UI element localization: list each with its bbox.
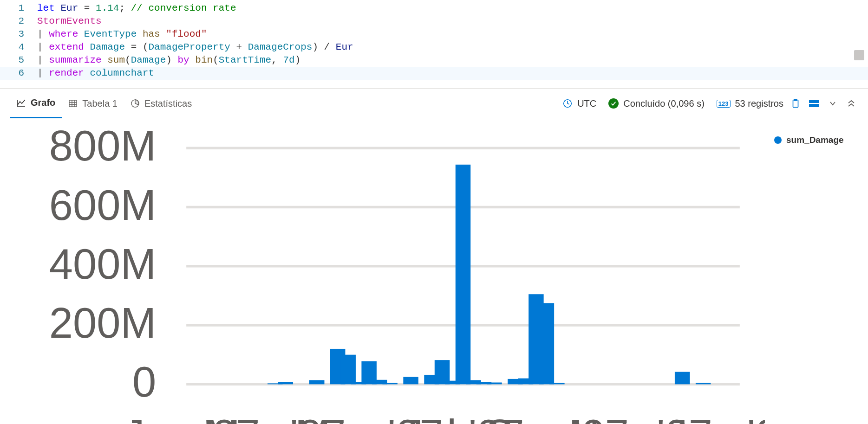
bar[interactable] bbox=[539, 303, 555, 384]
y-tick-label: 400M bbox=[49, 240, 156, 288]
tab-chart-label: Grafo bbox=[31, 97, 55, 108]
query-status: Concluído (0,096 s) bbox=[608, 98, 705, 109]
result-chart: 0200M400M600M800MJan '07Mar '07May '07Ju… bbox=[0, 118, 868, 424]
y-tick-label: 200M bbox=[49, 299, 156, 347]
svg-rect-0 bbox=[69, 100, 77, 107]
code-content[interactable]: StormEvents bbox=[37, 15, 868, 28]
code-content[interactable]: | summarize sum(Damage) by bin(StartTime… bbox=[37, 54, 868, 67]
legend-series-label: sum_Damage bbox=[786, 135, 844, 145]
panel-layout-icon[interactable] bbox=[808, 97, 821, 110]
svg-rect-7 bbox=[793, 100, 798, 108]
tab-stats[interactable]: Estatísticas bbox=[124, 89, 198, 118]
code-content[interactable]: | extend Damage = (DamageProperty + Dama… bbox=[37, 41, 868, 54]
timezone-selector[interactable]: UTC bbox=[562, 98, 596, 109]
code-line[interactable]: 4| extend Damage = (DamageProperty + Dam… bbox=[0, 41, 868, 54]
clipboard-icon[interactable] bbox=[789, 97, 802, 110]
bar[interactable] bbox=[456, 165, 471, 385]
chevron-down-icon[interactable] bbox=[826, 97, 839, 110]
bar[interactable] bbox=[549, 383, 565, 384]
tab-table-label: Tabela 1 bbox=[82, 98, 117, 109]
code-line[interactable]: 6| render columnchart bbox=[0, 67, 868, 80]
timezone-label: UTC bbox=[577, 98, 596, 109]
line-number: 1 bbox=[0, 2, 37, 15]
line-number: 2 bbox=[0, 15, 37, 28]
bar[interactable] bbox=[675, 372, 690, 385]
bars bbox=[268, 165, 711, 385]
line-number: 3 bbox=[0, 28, 37, 41]
results-toolbar: Grafo Tabela 1 Estatísticas UTC Concluíd… bbox=[0, 89, 868, 118]
svg-rect-8 bbox=[794, 99, 797, 101]
legend-swatch-icon bbox=[774, 136, 782, 144]
code-line[interactable]: 1let Eur = 1.14; // conversion rate bbox=[0, 2, 868, 15]
record-count-text: 53 registros bbox=[735, 98, 784, 109]
bar[interactable] bbox=[278, 382, 294, 384]
bar[interactable] bbox=[435, 360, 450, 384]
tab-stats-label: Estatísticas bbox=[144, 98, 192, 109]
editor-scrollbar-thumb[interactable] bbox=[854, 50, 864, 60]
line-number: 4 bbox=[0, 41, 37, 54]
bar[interactable] bbox=[696, 383, 711, 384]
bar[interactable] bbox=[340, 355, 356, 385]
code-line[interactable]: 3| where EventType has "flood" bbox=[0, 28, 868, 41]
y-tick-label: 800M bbox=[49, 123, 156, 170]
bar[interactable] bbox=[487, 383, 502, 385]
query-status-text: Concluído (0,096 s) bbox=[623, 98, 705, 109]
tab-chart[interactable]: Grafo bbox=[10, 89, 62, 118]
svg-rect-9 bbox=[809, 100, 819, 103]
code-content[interactable]: | render columnchart bbox=[37, 67, 868, 80]
svg-rect-10 bbox=[809, 104, 819, 107]
line-number: 5 bbox=[0, 54, 37, 67]
code-content[interactable]: let Eur = 1.14; // conversion rate bbox=[37, 2, 868, 15]
collapse-icon[interactable] bbox=[845, 97, 858, 110]
query-editor[interactable]: 1let Eur = 1.14; // conversion rate2Stor… bbox=[0, 0, 868, 89]
code-line[interactable]: 5| summarize sum(Damage) by bin(StartTim… bbox=[0, 54, 868, 67]
column-chart[interactable]: 0200M400M600M800MJan '07Mar '07May '07Ju… bbox=[10, 123, 765, 424]
check-circle-icon bbox=[608, 98, 619, 109]
bar[interactable] bbox=[309, 380, 325, 384]
y-tick-label: 0 bbox=[132, 358, 156, 406]
code-line[interactable]: 2StormEvents bbox=[0, 15, 868, 28]
x-tick-label: Jan '08 bbox=[666, 411, 765, 424]
bar[interactable] bbox=[403, 377, 418, 384]
y-tick-label: 600M bbox=[49, 181, 156, 229]
record-count: 123 53 registros bbox=[717, 98, 783, 109]
chart-legend: sum_Damage bbox=[765, 123, 858, 410]
tab-table[interactable]: Tabela 1 bbox=[62, 89, 124, 118]
code-content[interactable]: | where EventType has "flood" bbox=[37, 28, 868, 41]
bar[interactable] bbox=[382, 383, 398, 384]
line-number: 6 bbox=[0, 67, 37, 80]
legend-item[interactable]: sum_Damage bbox=[774, 135, 853, 145]
number-badge-icon: 123 bbox=[717, 100, 731, 108]
